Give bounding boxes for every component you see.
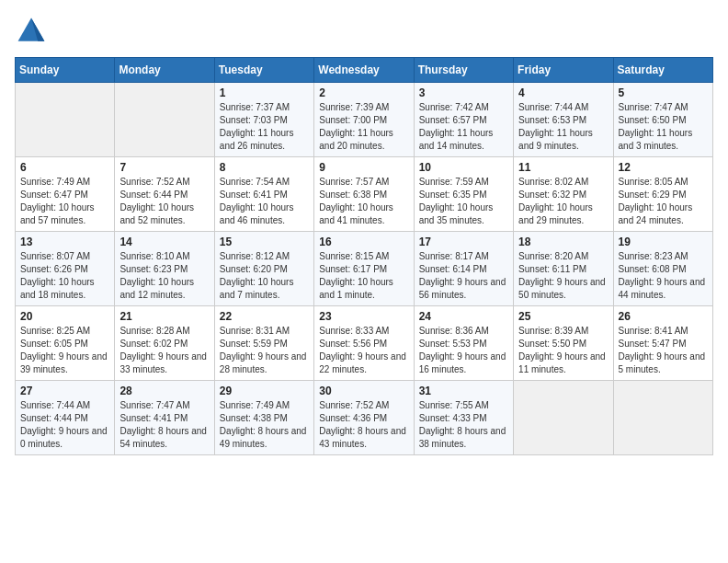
logo-icon [15,15,48,48]
day-number: 10 [419,161,508,174]
day-number: 21 [119,310,209,323]
day-number: 7 [119,161,209,174]
calendar-cell: 14Sunrise: 8:10 AM Sunset: 6:23 PM Dayli… [115,232,214,306]
day-content: Sunrise: 7:37 AM Sunset: 7:03 PM Dayligh… [220,101,309,153]
day-content: Sunrise: 8:02 AM Sunset: 6:32 PM Dayligh… [518,176,608,227]
calendar-cell: 1Sunrise: 7:37 AM Sunset: 7:03 PM Daylig… [214,83,313,157]
calendar-week-row: 6Sunrise: 7:49 AM Sunset: 6:47 PM Daylig… [16,157,713,232]
calendar-cell: 17Sunrise: 8:17 AM Sunset: 6:14 PM Dayli… [414,232,513,306]
day-number: 17 [419,236,508,248]
weekday-header: Monday [115,58,214,83]
day-number: 4 [518,86,608,99]
day-content: Sunrise: 7:42 AM Sunset: 6:57 PM Dayligh… [419,101,508,153]
calendar-cell: 28Sunrise: 7:47 AM Sunset: 4:41 PM Dayli… [115,381,214,455]
day-number: 13 [20,236,109,248]
calendar-cell: 8Sunrise: 7:54 AM Sunset: 6:41 PM Daylig… [214,157,313,232]
day-number: 20 [20,310,109,323]
calendar-cell [16,83,115,157]
day-number: 19 [619,236,708,248]
day-content: Sunrise: 8:23 AM Sunset: 6:08 PM Dayligh… [619,250,708,302]
calendar-cell: 6Sunrise: 7:49 AM Sunset: 6:47 PM Daylig… [16,157,115,232]
day-content: Sunrise: 8:31 AM Sunset: 5:59 PM Dayligh… [220,325,309,376]
calendar-cell: 29Sunrise: 7:49 AM Sunset: 4:38 PM Dayli… [214,381,313,455]
calendar-cell: 9Sunrise: 7:57 AM Sunset: 6:38 PM Daylig… [314,157,414,232]
calendar-cell [613,381,712,455]
calendar-cell [115,83,214,157]
day-number: 2 [319,86,408,99]
day-number: 11 [518,161,608,174]
day-number: 24 [419,310,508,323]
calendar-cell: 10Sunrise: 7:59 AM Sunset: 6:35 PM Dayli… [414,157,513,232]
day-number: 22 [220,310,309,323]
day-content: Sunrise: 7:55 AM Sunset: 4:33 PM Dayligh… [419,399,508,451]
day-number: 1 [220,86,309,99]
calendar-cell: 22Sunrise: 8:31 AM Sunset: 5:59 PM Dayli… [214,306,313,381]
day-number: 6 [20,161,109,174]
calendar-week-row: 20Sunrise: 8:25 AM Sunset: 6:05 PM Dayli… [16,306,713,381]
day-content: Sunrise: 8:33 AM Sunset: 5:56 PM Dayligh… [319,325,408,376]
day-number: 31 [419,385,508,397]
page-header [15,15,713,48]
day-content: Sunrise: 8:41 AM Sunset: 5:47 PM Dayligh… [619,325,708,376]
logo [15,15,51,48]
day-content: Sunrise: 7:59 AM Sunset: 6:35 PM Dayligh… [419,176,508,227]
day-content: Sunrise: 7:49 AM Sunset: 4:38 PM Dayligh… [220,399,309,451]
calendar-cell: 24Sunrise: 8:36 AM Sunset: 5:53 PM Dayli… [414,306,513,381]
weekday-header: Friday [514,58,613,83]
day-content: Sunrise: 8:07 AM Sunset: 6:26 PM Dayligh… [20,250,109,302]
calendar-week-row: 13Sunrise: 8:07 AM Sunset: 6:26 PM Dayli… [16,232,713,306]
day-content: Sunrise: 7:39 AM Sunset: 7:00 PM Dayligh… [319,101,408,153]
calendar-week-row: 1Sunrise: 7:37 AM Sunset: 7:03 PM Daylig… [16,83,713,157]
day-content: Sunrise: 8:39 AM Sunset: 5:50 PM Dayligh… [518,325,608,376]
day-number: 30 [319,385,408,397]
day-number: 8 [220,161,309,174]
day-content: Sunrise: 8:28 AM Sunset: 6:02 PM Dayligh… [119,325,209,376]
day-number: 27 [20,385,109,397]
day-content: Sunrise: 8:20 AM Sunset: 6:11 PM Dayligh… [518,250,608,302]
weekday-header: Tuesday [214,58,313,83]
calendar-cell: 30Sunrise: 7:52 AM Sunset: 4:36 PM Dayli… [314,381,414,455]
calendar-cell: 12Sunrise: 8:05 AM Sunset: 6:29 PM Dayli… [613,157,712,232]
day-number: 16 [319,236,408,248]
calendar-cell: 26Sunrise: 8:41 AM Sunset: 5:47 PM Dayli… [613,306,712,381]
calendar-cell: 15Sunrise: 8:12 AM Sunset: 6:20 PM Dayli… [214,232,313,306]
calendar-table: SundayMondayTuesdayWednesdayThursdayFrid… [15,57,713,455]
calendar-cell [514,381,613,455]
day-content: Sunrise: 7:52 AM Sunset: 6:44 PM Dayligh… [119,176,209,227]
calendar-cell: 21Sunrise: 8:28 AM Sunset: 6:02 PM Dayli… [115,306,214,381]
day-number: 3 [419,86,508,99]
day-content: Sunrise: 8:17 AM Sunset: 6:14 PM Dayligh… [419,250,508,302]
weekday-header: Thursday [414,58,513,83]
calendar-cell: 16Sunrise: 8:15 AM Sunset: 6:17 PM Dayli… [314,232,414,306]
calendar-header-row: SundayMondayTuesdayWednesdayThursdayFrid… [16,58,713,83]
day-number: 18 [518,236,608,248]
day-number: 23 [319,310,408,323]
day-number: 26 [619,310,708,323]
day-content: Sunrise: 7:47 AM Sunset: 4:41 PM Dayligh… [119,399,209,451]
day-number: 5 [619,86,708,99]
calendar-cell: 4Sunrise: 7:44 AM Sunset: 6:53 PM Daylig… [514,83,613,157]
weekday-header: Wednesday [314,58,414,83]
calendar-cell: 19Sunrise: 8:23 AM Sunset: 6:08 PM Dayli… [613,232,712,306]
calendar-cell: 27Sunrise: 7:44 AM Sunset: 4:44 PM Dayli… [16,381,115,455]
day-content: Sunrise: 7:54 AM Sunset: 6:41 PM Dayligh… [220,176,309,227]
day-content: Sunrise: 7:44 AM Sunset: 4:44 PM Dayligh… [20,399,109,451]
day-number: 12 [619,161,708,174]
calendar-cell: 11Sunrise: 8:02 AM Sunset: 6:32 PM Dayli… [514,157,613,232]
calendar-cell: 18Sunrise: 8:20 AM Sunset: 6:11 PM Dayli… [514,232,613,306]
day-content: Sunrise: 8:12 AM Sunset: 6:20 PM Dayligh… [220,250,309,302]
day-content: Sunrise: 7:47 AM Sunset: 6:50 PM Dayligh… [619,101,708,153]
day-content: Sunrise: 7:57 AM Sunset: 6:38 PM Dayligh… [319,176,408,227]
day-content: Sunrise: 8:25 AM Sunset: 6:05 PM Dayligh… [20,325,109,376]
calendar-cell: 5Sunrise: 7:47 AM Sunset: 6:50 PM Daylig… [613,83,712,157]
day-content: Sunrise: 8:15 AM Sunset: 6:17 PM Dayligh… [319,250,408,302]
calendar-week-row: 27Sunrise: 7:44 AM Sunset: 4:44 PM Dayli… [16,381,713,455]
weekday-header: Sunday [16,58,115,83]
calendar-cell: 7Sunrise: 7:52 AM Sunset: 6:44 PM Daylig… [115,157,214,232]
weekday-header: Saturday [613,58,712,83]
day-number: 28 [119,385,209,397]
day-content: Sunrise: 7:44 AM Sunset: 6:53 PM Dayligh… [518,101,608,153]
day-content: Sunrise: 8:05 AM Sunset: 6:29 PM Dayligh… [619,176,708,227]
day-number: 14 [119,236,209,248]
day-content: Sunrise: 7:52 AM Sunset: 4:36 PM Dayligh… [319,399,408,451]
